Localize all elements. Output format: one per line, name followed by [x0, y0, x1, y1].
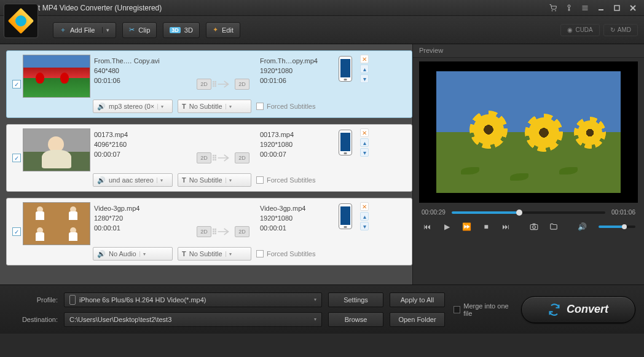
- move-up-button[interactable]: ▴: [360, 212, 369, 221]
- forced-label: Forced Subtitles: [267, 103, 315, 110]
- three-d-icon: 3D: [170, 27, 181, 33]
- svg-rect-20: [213, 159, 214, 161]
- chevron-down-icon: ▾: [157, 104, 163, 109]
- output-filename: Video-3gp.mp4: [260, 203, 331, 213]
- seek-slider[interactable]: [452, 211, 605, 214]
- volume-icon[interactable]: 🔊: [576, 222, 587, 232]
- svg-rect-18: [213, 157, 214, 159]
- minimize-icon[interactable]: [595, 3, 607, 13]
- edit-button[interactable]: ✦ Edit: [206, 22, 240, 38]
- next-button[interactable]: ⏭: [500, 222, 511, 232]
- move-down-button[interactable]: ▾: [360, 74, 369, 83]
- close-icon[interactable]: [627, 3, 639, 13]
- merge-check[interactable]: Merge into one file: [454, 302, 515, 317]
- remove-item-button[interactable]: ✕: [360, 202, 369, 211]
- chevron-down-icon[interactable]: ▾: [102, 27, 109, 33]
- subtitle-select[interactable]: TNo Subtitle▾: [178, 100, 251, 113]
- move-down-button[interactable]: ▾: [360, 148, 369, 157]
- source-duration: 00:00:07: [94, 149, 186, 159]
- subtitle-select[interactable]: TNo Subtitle▾: [178, 173, 251, 187]
- move-up-button[interactable]: ▴: [360, 65, 369, 73]
- device-icon[interactable]: [339, 130, 352, 155]
- remove-item-button[interactable]: ✕: [360, 128, 369, 137]
- forced-subtitles-check[interactable]: Forced Subtitles: [256, 176, 315, 184]
- three-d-button[interactable]: 3D 3D: [163, 22, 200, 38]
- device-icon[interactable]: [339, 56, 352, 82]
- clip-button[interactable]: ✂ Clip: [122, 22, 157, 38]
- forced-subtitles-check[interactable]: Forced Subtitles: [256, 103, 315, 110]
- destination-select[interactable]: C:\Users\User\Desktop\test2\test3 ▾: [64, 312, 322, 327]
- file-item[interactable]: ✓ From.The.… Copy.avi 640*480 00:01:06 2…: [6, 50, 412, 118]
- video-thumbnail[interactable]: [23, 128, 90, 171]
- add-file-button[interactable]: ＋ Add File ▾: [53, 22, 116, 38]
- output-duration: 00:00:01: [260, 223, 331, 233]
- open-folder-button[interactable]: Open Folder: [390, 312, 445, 327]
- key-icon[interactable]: [563, 3, 575, 13]
- item-checkbox[interactable]: ✓: [12, 80, 21, 88]
- source-resolution: 4096*2160: [94, 139, 186, 149]
- video-thumbnail[interactable]: [23, 202, 90, 245]
- remove-item-button[interactable]: ✕: [360, 55, 369, 63]
- chevron-down-icon: ▾: [226, 104, 232, 109]
- apply-all-button[interactable]: Apply to All: [390, 292, 445, 307]
- audio-select[interactable]: 🔊und aac stereo▾: [93, 173, 173, 187]
- convert-button[interactable]: Convert: [521, 296, 635, 323]
- file-item[interactable]: ✓ Video-3gp.mp4 1280*720 00:00:01 2D 2D …: [6, 198, 412, 265]
- checkbox-icon: [256, 103, 264, 110]
- svg-point-1: [556, 10, 556, 11]
- speaker-icon: 🔊: [97, 250, 106, 258]
- source-filename: Video-3gp.mp4: [94, 203, 186, 213]
- profile-select[interactable]: iPhone 6s Plus/6s H.264 HD Video(*.mp4) …: [64, 292, 322, 307]
- svg-rect-13: [214, 83, 216, 85]
- edit-label: Edit: [222, 26, 234, 34]
- prev-button[interactable]: ⏮: [422, 222, 433, 232]
- source-resolution: 1280*720: [94, 213, 186, 223]
- audio-select[interactable]: 🔊No Audio▾: [93, 247, 173, 261]
- subtitle-select[interactable]: TNo Subtitle▾: [178, 247, 251, 261]
- output-resolution: 1920*1080: [260, 139, 331, 149]
- svg-rect-11: [214, 81, 216, 83]
- arrow-icon: [213, 79, 234, 90]
- svg-rect-12: [213, 83, 214, 85]
- browse-button[interactable]: Browse: [328, 312, 383, 327]
- preview-viewport[interactable]: [419, 61, 638, 203]
- output-resolution: 1920*1080: [260, 66, 331, 76]
- source-filename: 00173.mp4: [94, 130, 186, 139]
- move-down-button[interactable]: ▾: [360, 222, 369, 230]
- device-icon[interactable]: [339, 203, 352, 229]
- apply-all-label: Apply to All: [401, 296, 434, 304]
- maximize-icon[interactable]: [611, 3, 623, 13]
- speaker-icon: 🔊: [97, 176, 106, 184]
- clip-label: Clip: [138, 26, 150, 34]
- svg-rect-26: [213, 233, 214, 235]
- audio-label: No Audio: [109, 250, 136, 257]
- cart-icon[interactable]: [547, 3, 559, 13]
- toolbar: ＋ Add File ▾ ✂ Clip 3D 3D ✦ Edit ◉CUDA ↻…: [0, 16, 644, 44]
- folder-button[interactable]: [548, 222, 559, 232]
- move-up-button[interactable]: ▴: [360, 138, 369, 147]
- play-button[interactable]: ▶: [441, 222, 452, 232]
- plus-icon: ＋: [60, 25, 66, 34]
- item-checkbox[interactable]: ✓: [12, 227, 21, 236]
- source-duration: 00:00:01: [94, 223, 186, 233]
- arrow-icon: [213, 226, 234, 237]
- svg-rect-19: [214, 157, 216, 159]
- input-format-badge: 2D: [197, 152, 211, 163]
- fast-forward-button[interactable]: ⏩: [461, 222, 472, 232]
- convert-label: Convert: [567, 303, 608, 316]
- item-checkbox[interactable]: ✓: [12, 154, 21, 162]
- svg-point-2: [568, 5, 570, 7]
- menu-icon[interactable]: [579, 3, 591, 13]
- video-thumbnail[interactable]: [23, 55, 90, 98]
- output-filename: From.Th…opy.mp4: [260, 56, 331, 66]
- forced-subtitles-check[interactable]: Forced Subtitles: [256, 250, 315, 257]
- settings-button[interactable]: Settings: [328, 292, 383, 307]
- preview-label: Preview: [413, 44, 644, 58]
- subtitle-label: No Subtitle: [189, 250, 222, 257]
- app-logo: [4, 4, 42, 42]
- stop-button[interactable]: ■: [481, 222, 492, 232]
- volume-slider[interactable]: [599, 226, 635, 228]
- snapshot-button[interactable]: [528, 222, 540, 232]
- file-item[interactable]: ✓ 00173.mp4 4096*2160 00:00:07 2D 2D 001…: [6, 124, 412, 192]
- audio-select[interactable]: 🔊mp3 stereo (0×▾: [93, 100, 173, 113]
